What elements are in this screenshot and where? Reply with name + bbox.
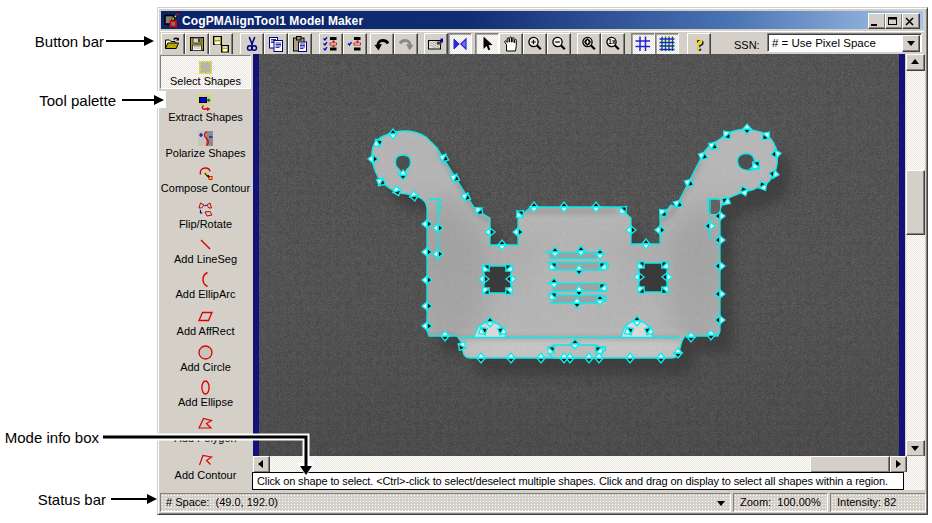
svg-text:?: ? [695, 35, 704, 53]
svg-text:1x: 1x [608, 38, 616, 45]
